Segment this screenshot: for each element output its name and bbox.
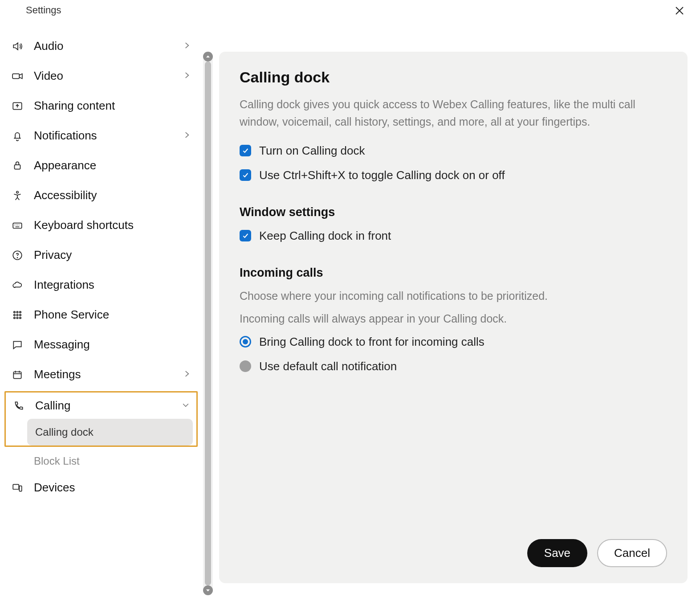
checkbox-turn-on[interactable]	[240, 145, 251, 156]
cloud-icon	[11, 279, 24, 291]
sidebar-item-label: Messaging	[34, 338, 191, 352]
sidebar-item-label: Calling	[35, 399, 171, 413]
window-settings-heading: Window settings	[240, 205, 667, 219]
sidebar-scrollbar-col	[201, 25, 215, 601]
svg-point-6	[17, 257, 17, 258]
svg-rect-18	[19, 486, 21, 491]
radio-label: Use default call notification	[259, 360, 397, 373]
radio-default-notification[interactable]	[240, 360, 251, 372]
save-button[interactable]: Save	[527, 539, 587, 567]
sidebar-item-keyboard[interactable]: Keyboard shortcuts	[4, 210, 198, 240]
sidebar-item-sharing[interactable]: Sharing content	[4, 91, 198, 121]
svg-rect-4	[13, 223, 22, 228]
svg-rect-17	[13, 484, 19, 489]
chevron-right-icon	[183, 39, 191, 53]
sidebar-item-video[interactable]: Video	[4, 61, 198, 91]
sidebar-item-meetings[interactable]: Meetings	[4, 360, 198, 389]
sidebar-item-accessibility[interactable]: Accessibility	[4, 180, 198, 210]
devices-icon	[11, 482, 24, 494]
incoming-calls-heading: Incoming calls	[240, 266, 667, 280]
sidebar-item-appearance[interactable]: Appearance	[4, 151, 198, 180]
checkbox-keep-front[interactable]	[240, 230, 251, 241]
sidebar-subitem-label: Calling dock	[35, 426, 94, 438]
svg-point-15	[20, 317, 21, 318]
accessibility-icon	[11, 190, 24, 201]
option-label: Use Ctrl+Shift+X to toggle Calling dock …	[259, 168, 505, 182]
svg-rect-0	[12, 74, 19, 78]
calendar-icon	[11, 369, 24, 380]
sidebar-item-label: Keyboard shortcuts	[34, 218, 191, 232]
svg-point-8	[16, 311, 18, 312]
privacy-icon	[11, 249, 24, 261]
chevron-down-icon	[181, 399, 190, 413]
chevron-right-icon	[183, 368, 191, 381]
content-panel-wrap: Calling dock Calling dock gives you quic…	[215, 25, 700, 601]
window-title: Settings	[26, 4, 61, 16]
sidebar-item-messaging[interactable]: Messaging	[4, 330, 198, 360]
close-icon[interactable]	[671, 4, 688, 19]
radio-label: Bring Calling dock to front for incoming…	[259, 335, 484, 349]
scroll-up-icon[interactable]	[203, 52, 213, 61]
sidebar-subitem-block-list[interactable]: Block List	[26, 450, 194, 473]
svg-point-12	[20, 314, 21, 315]
cancel-button[interactable]: Cancel	[597, 539, 667, 567]
audio-icon	[11, 41, 24, 52]
radio-default-notification-row[interactable]: Use default call notification	[240, 360, 667, 373]
sidebar-item-phone-service[interactable]: Phone Service	[4, 300, 198, 330]
sidebar-item-label: Audio	[34, 39, 173, 53]
incoming-desc-2: Incoming calls will always appear in you…	[240, 312, 667, 325]
chat-icon	[11, 339, 24, 351]
option-keep-front[interactable]: Keep Calling dock in front	[240, 229, 667, 243]
option-turn-on-dock[interactable]: Turn on Calling dock	[240, 144, 667, 158]
sidebar-item-label: Notifications	[34, 129, 173, 143]
video-icon	[11, 70, 24, 82]
settings-sidebar: Audio Video	[0, 25, 201, 601]
panel-footer: Save Cancel	[240, 528, 667, 567]
sidebar-calling-highlight: Calling Calling dock	[4, 391, 198, 447]
dialpad-icon	[11, 309, 24, 321]
sidebar-item-label: Appearance	[34, 159, 191, 172]
radio-bring-front[interactable]	[240, 336, 251, 348]
sidebar-item-label: Sharing content	[34, 99, 191, 113]
phone-icon	[12, 400, 25, 412]
scroll-down-icon[interactable]	[203, 585, 213, 595]
sidebar-item-privacy[interactable]: Privacy	[4, 240, 198, 270]
svg-point-13	[14, 317, 15, 318]
svg-point-11	[16, 314, 18, 315]
svg-point-3	[16, 191, 18, 193]
option-toggle-shortcut[interactable]: Use Ctrl+Shift+X to toggle Calling dock …	[240, 168, 667, 182]
chevron-right-icon	[183, 69, 191, 83]
sidebar-item-devices[interactable]: Devices	[4, 473, 198, 503]
sidebar-subitem-label: Block List	[34, 455, 80, 467]
svg-point-14	[16, 317, 18, 318]
sharing-icon	[11, 100, 24, 112]
option-label: Keep Calling dock in front	[259, 229, 391, 243]
chevron-right-icon	[183, 129, 191, 143]
page-description: Calling dock gives you quick access to W…	[240, 96, 667, 131]
scroll-thumb[interactable]	[205, 61, 211, 585]
page-heading: Calling dock	[240, 69, 667, 86]
content-panel: Calling dock Calling dock gives you quic…	[219, 52, 688, 583]
sidebar-item-label: Video	[34, 69, 173, 83]
incoming-desc-1: Choose where your incoming call notifica…	[240, 290, 667, 303]
sidebar-item-label: Integrations	[34, 278, 191, 292]
sidebar-scrollbar[interactable]	[203, 52, 213, 595]
appearance-icon	[11, 160, 24, 172]
sidebar-subitem-calling-dock[interactable]: Calling dock	[27, 419, 193, 446]
sidebar-item-label: Meetings	[34, 368, 173, 381]
sidebar-item-label: Devices	[34, 481, 191, 495]
checkbox-toggle-shortcut[interactable]	[240, 169, 251, 181]
svg-point-9	[20, 311, 21, 312]
sidebar-item-label: Privacy	[34, 248, 191, 262]
svg-rect-2	[15, 164, 20, 169]
sidebar-item-audio[interactable]: Audio	[4, 31, 198, 61]
radio-bring-front-row[interactable]: Bring Calling dock to front for incoming…	[240, 335, 667, 349]
svg-point-7	[14, 311, 15, 312]
sidebar-item-integrations[interactable]: Integrations	[4, 270, 198, 300]
sidebar-item-notifications[interactable]: Notifications	[4, 121, 198, 151]
option-label: Turn on Calling dock	[259, 144, 365, 158]
sidebar-item-calling[interactable]: Calling	[6, 392, 196, 419]
sidebar-item-label: Accessibility	[34, 188, 191, 202]
titlebar: Settings	[0, 0, 700, 25]
svg-point-10	[14, 314, 15, 315]
